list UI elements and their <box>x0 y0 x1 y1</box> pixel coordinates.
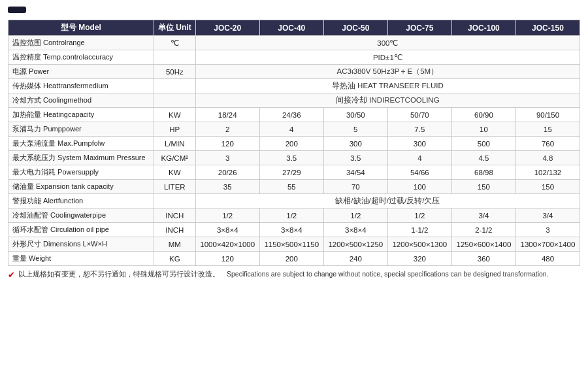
row-value: 1/2 <box>387 208 451 223</box>
header <box>8 7 580 13</box>
row-value: 4 <box>387 151 451 165</box>
col-joc100: JOC-100 <box>451 20 515 36</box>
row-value: 4.5 <box>451 151 515 165</box>
table-row: 泵浦马力 PumppowerHP2457.51015 <box>8 122 580 137</box>
col-joc40: JOC-40 <box>259 20 323 36</box>
row-unit: LITER <box>154 180 195 194</box>
col-joc20: JOC-20 <box>195 20 259 36</box>
row-value: 3/4 <box>515 208 580 223</box>
table-row: 电源 Power50HzAC3ι380V 50Hz3P＋E（5M） <box>8 65 580 79</box>
row-unit: INCH <box>154 223 195 237</box>
row-label: 外形尺寸 Dimensions L×W×H <box>8 237 154 252</box>
row-value: 3×8×4 <box>259 223 323 237</box>
row-label: 加热能量 Heatingcapacity <box>8 108 154 122</box>
row-value: 4 <box>259 122 323 137</box>
row-value: 200 <box>259 137 323 151</box>
table-row: 冷却油配管 CoolingwaterpipeINCH1/21/21/21/23/… <box>8 208 580 223</box>
row-value: 3×8×4 <box>195 223 259 237</box>
row-value: 15 <box>515 122 580 137</box>
row-value: 150 <box>515 180 580 194</box>
row-label: 循环水配管 Circulation oil pipe <box>8 223 154 237</box>
row-label: 温控范围 Controlrange <box>8 36 154 50</box>
table-row: 储油量 Expansion tank capacityLITER35557010… <box>8 180 580 194</box>
row-label: 最大系统压力 System Maximum Pressure <box>8 151 154 165</box>
row-value: 27/29 <box>259 165 323 180</box>
row-value-span: PID±1℃ <box>195 50 580 65</box>
row-label: 最大电力消耗 Powersupply <box>8 165 154 180</box>
table-row: 外形尺寸 Dimensions L×W×HMM1000×420×10001150… <box>8 237 580 252</box>
row-value: 24/36 <box>259 108 323 122</box>
row-value: 1300×700×1400 <box>515 237 580 252</box>
row-value: 300 <box>323 137 387 151</box>
row-value: 30/50 <box>323 108 387 122</box>
row-value: 1/2 <box>259 208 323 223</box>
row-value: 102/132 <box>515 165 580 180</box>
row-value: 34/54 <box>323 165 387 180</box>
row-value: 100 <box>387 180 451 194</box>
table-row: 最大电力消耗 PowersupplyKW20/2627/2934/5454/66… <box>8 165 580 180</box>
row-value: 5 <box>323 122 387 137</box>
col-joc150: JOC-150 <box>515 20 580 36</box>
row-value-span: AC3ι380V 50Hz3P＋E（5M） <box>195 65 580 79</box>
row-unit: KG/CM² <box>154 151 195 165</box>
row-value: 480 <box>515 252 580 266</box>
row-value: 90/150 <box>515 108 580 122</box>
table-row: 最大系统压力 System Maximum PressureKG/CM²33.5… <box>8 151 580 165</box>
row-value: 120 <box>195 252 259 266</box>
table-row: 循环水配管 Circulation oil pipeINCH3×8×43×8×4… <box>8 223 580 237</box>
row-unit: KG <box>154 252 195 266</box>
row-value: 3×8×4 <box>323 223 387 237</box>
header-badge <box>8 7 26 13</box>
row-value: 360 <box>451 252 515 266</box>
row-value: 10 <box>451 122 515 137</box>
footer-check-icon: ✔ <box>8 271 15 279</box>
table-row: 传热媒体 Heattransfermedium导热油 HEAT TRANSEER… <box>8 79 580 93</box>
row-value: 2-1/2 <box>451 223 515 237</box>
row-value: 200 <box>259 252 323 266</box>
row-unit: MM <box>154 237 195 252</box>
col-model: 型号 Model <box>8 20 154 36</box>
row-value: 1200×500×1250 <box>323 237 387 252</box>
row-label: 传热媒体 Heattransfermedium <box>8 79 154 93</box>
row-value: 55 <box>259 180 323 194</box>
col-joc75: JOC-75 <box>387 20 451 36</box>
row-unit: L/MIN <box>154 137 195 151</box>
row-unit <box>154 50 195 65</box>
row-value-span: 300℃ <box>195 36 580 50</box>
row-value-span: 导热油 HEAT TRANSEER FLUID <box>195 79 580 93</box>
row-value: 320 <box>387 252 451 266</box>
row-unit: HP <box>154 122 195 137</box>
row-value: 35 <box>195 180 259 194</box>
row-value: 7.5 <box>387 122 451 137</box>
row-value: 1-1/2 <box>387 223 451 237</box>
row-label: 警报功能 Alertfunction <box>8 194 154 208</box>
row-unit <box>154 93 195 108</box>
footer-note: ✔ 以上规格如有变更，恕不另行通知，特殊规格可另行设计改造。 Specifica… <box>8 270 580 279</box>
col-unit: 单位 Unit <box>154 20 195 36</box>
table-row: 警报功能 Alertfunction缺相/缺油/超时/过载/反转/欠压 <box>8 194 580 208</box>
row-value: 2 <box>195 122 259 137</box>
row-value-span: 缺相/缺油/超时/过载/反转/欠压 <box>195 194 580 208</box>
row-value: 1/2 <box>195 208 259 223</box>
row-value: 1150×500×1150 <box>259 237 323 252</box>
row-label: 泵浦马力 Pumppower <box>8 122 154 137</box>
row-label: 重量 Weight <box>8 252 154 266</box>
row-value-span: 间接冷却 INDIRECTCOOLING <box>195 93 580 108</box>
row-unit: INCH <box>154 208 195 223</box>
row-value: 3.5 <box>259 151 323 165</box>
footer-text: 以上规格如有变更，恕不另行通知，特殊规格可另行设计改造。 Specificati… <box>18 270 580 279</box>
row-label: 储油量 Expansion tank capacity <box>8 180 154 194</box>
page-container: 型号 Model 单位 Unit JOC-20 JOC-40 JOC-50 JO… <box>0 0 588 366</box>
row-value: 300 <box>387 137 451 151</box>
params-table: 型号 Model 单位 Unit JOC-20 JOC-40 JOC-50 JO… <box>8 20 580 266</box>
row-value: 68/98 <box>451 165 515 180</box>
row-value: 1/2 <box>323 208 387 223</box>
row-label: 温控精度 Temp.controlaccuracy <box>8 50 154 65</box>
row-unit: ℃ <box>154 36 195 50</box>
table-row: 重量 WeightKG120200240320360480 <box>8 252 580 266</box>
row-unit: KW <box>154 165 195 180</box>
row-label: 最大泵浦流量 Max.Pumpfolw <box>8 137 154 151</box>
row-value: 3.5 <box>323 151 387 165</box>
row-value: 760 <box>515 137 580 151</box>
row-value: 3/4 <box>451 208 515 223</box>
